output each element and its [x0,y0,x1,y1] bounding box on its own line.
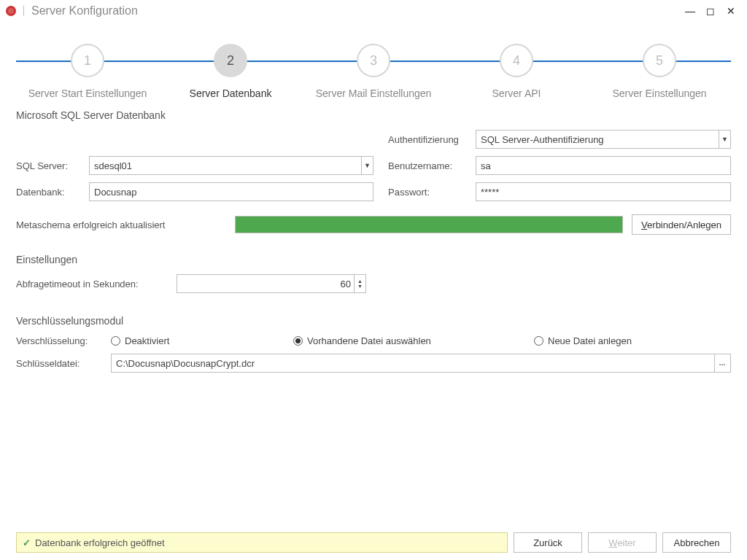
auth-combo[interactable]: SQL Server-Authentifizierung ▼ [476,130,731,149]
wizard-stepper: 1 Server Start Einstellungen 2 Server Da… [16,44,731,89]
step-2[interactable]: 2 Server Datenbank [159,44,302,89]
crypt-radio-new[interactable]: Neue Datei anlegen [534,335,632,346]
step-4[interactable]: 4 Server API [445,44,588,89]
user-label: Benutzername: [388,160,476,171]
titlebar: Server Konfiguration — ◻ ✕ [0,0,747,22]
step-2-label: Server Datenbank [159,88,302,99]
meta-progress-bar [235,216,623,233]
chevron-down-icon: ▼ [719,131,730,148]
radio-dot-icon [534,336,543,346]
auth-label: Authentifizierung [388,134,476,145]
timeout-spinner[interactable]: 60 ▲▼ [177,274,366,293]
db-section-title: Microsoft SQL Server Datenbank [16,109,731,121]
status-text: Datenbank erfolgreich geöffnet [35,537,165,548]
crypt-radio-existing[interactable]: Vorhandene Datei auswählen [293,335,534,346]
app-icon [6,6,16,16]
status-bar: ✓ Datenbank erfolgreich geöffnet [16,532,508,553]
crypt-mode-label: Verschlüsselung: [16,335,111,346]
step-2-number: 2 [214,44,247,77]
spinner-buttons[interactable]: ▲▼ [354,275,365,292]
wizard-footer: ✓ Datenbank erfolgreich geöffnet Zurück … [0,525,747,560]
settings-section-title: Einstellungen [16,254,731,265]
auth-value: SQL Server-Authentifizierung [481,134,719,145]
keyfile-label: Schlüsseldatei: [16,358,111,369]
back-button[interactable]: Zurück [514,532,582,553]
user-input[interactable] [476,156,731,175]
keyfile-value: C:\Docusnap\DocusnapCrypt.dcr [116,358,714,369]
step-4-label: Server API [445,88,588,99]
connect-button[interactable]: Verbinden/Anlegen [632,214,731,235]
dbname-input[interactable] [89,182,374,201]
titlebar-separator [23,6,24,16]
step-5-label: Server Einstellungen [588,88,731,99]
radio-dot-icon [293,336,303,346]
chevron-down-icon: ▼ [361,157,373,174]
close-button[interactable]: ✕ [721,5,741,17]
browse-icon[interactable]: … [714,354,730,372]
pass-label: Passwort: [388,187,476,198]
window-title: Server Konfiguration [31,4,138,18]
step-5[interactable]: 5 Server Einstellungen [588,44,731,89]
crypt-radio-disabled-label: Deaktiviert [125,335,169,346]
step-1-label: Server Start Einstellungen [16,88,159,99]
pass-input[interactable] [476,182,731,201]
sqlserver-label: SQL Server: [16,160,89,171]
step-4-number: 4 [500,44,533,77]
sqlserver-combo[interactable]: sdesql01 ▼ [89,156,374,175]
crypt-radio-disabled[interactable]: Deaktiviert [111,335,293,346]
step-3-number: 3 [357,44,390,77]
sqlserver-value: sdesql01 [94,160,361,171]
timeout-label: Abfragetimeout in Sekunden: [16,279,177,289]
maximize-button[interactable]: ◻ [700,5,721,17]
meta-status-text: Metaschema erfolgreich aktualisiert [16,219,235,230]
step-1-number: 1 [71,44,104,77]
step-3[interactable]: 3 Server Mail Einstellungen [302,44,445,89]
next-button[interactable]: Weiter [588,532,657,553]
minimize-button[interactable]: — [680,5,700,17]
radio-dot-icon [111,336,120,346]
step-1[interactable]: 1 Server Start Einstellungen [16,44,159,89]
step-3-label: Server Mail Einstellungen [302,88,445,99]
timeout-value: 60 [182,279,354,289]
crypt-section-title: Verschlüsselungsmodul [16,315,731,327]
check-icon: ✓ [23,537,31,548]
dbname-label: Datenbank: [16,187,89,198]
crypt-radio-new-label: Neue Datei anlegen [548,335,632,346]
crypt-radio-existing-label: Vorhandene Datei auswählen [307,335,431,346]
cancel-button[interactable]: Abbrechen [662,532,731,553]
step-5-number: 5 [643,44,676,77]
keyfile-input[interactable]: C:\Docusnap\DocusnapCrypt.dcr … [111,354,731,373]
